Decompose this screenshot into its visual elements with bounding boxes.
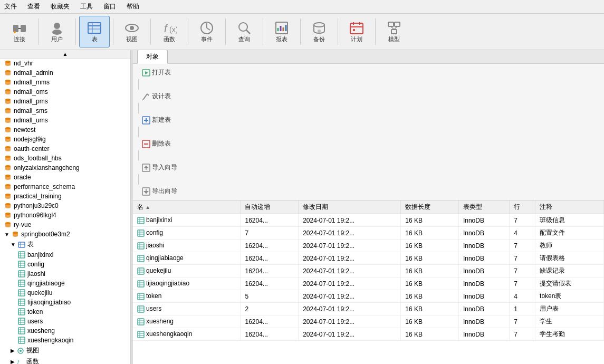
action-btn-export[interactable]: 导出向导 — [137, 185, 182, 198]
action-btn-open[interactable]: 打开表 — [137, 66, 182, 79]
sidebar-item-oauth-center[interactable]: oauth-center — [0, 144, 130, 154]
svg-rect-120 — [138, 217, 144, 224]
sidebar-item-banjixinxi[interactable]: banjixinxi — [0, 250, 130, 260]
sidebar-item-performance_schema[interactable]: performance_schema — [0, 182, 130, 191]
sidebar-item-quekejilu[interactable]: quekejilu — [0, 288, 130, 298]
menu-item-工具[interactable]: 工具 — [78, 1, 95, 12]
cell-9-2: 2024-07-01 19:2... — [299, 328, 401, 341]
sidebar-item-ndmall_admin[interactable]: ndmall_admin — [0, 68, 130, 78]
sidebar-item-springboot0e3m2[interactable]: ▼springboot0e3m2 — [0, 229, 130, 239]
cell-0-2: 2024-07-01 19:2... — [299, 214, 401, 227]
action-bar: 打开表设计表新建表删除表导入向导导出向导 — [133, 64, 604, 200]
sidebar-item-functions-node[interactable]: ▶f函数 — [0, 356, 130, 364]
sidebar-item-onlyzaixianshangcheng[interactable]: onlyzaixianshangcheng — [0, 163, 130, 173]
table-row[interactable]: jiaoshi16204...2024-07-01 19:2...16 KBIn… — [133, 240, 604, 252]
action-btn-import[interactable]: 导入向导 — [137, 161, 182, 174]
toolbar-btn-connect[interactable]: 连接 — [4, 16, 35, 47]
table-row[interactable]: tijiaoqingjiabiao16204...2024-07-01 19:2… — [133, 277, 604, 290]
table-row[interactable]: banjixinxi16204...2024-07-01 19:2...16 K… — [133, 214, 604, 227]
menu-item-查看[interactable]: 查看 — [25, 1, 42, 12]
table-row[interactable]: quekejilu16204...2024-07-01 19:2...16 KB… — [133, 265, 604, 277]
cell-4-5: 7 — [510, 265, 535, 277]
sidebar-item-tables-node[interactable]: ▼表 — [0, 239, 130, 250]
sidebar-item-label: qingjiabiaoge — [27, 280, 65, 287]
table-row[interactable]: xuesheng16204...2024-07-01 19:2...16 KBI… — [133, 315, 604, 328]
col-header-4[interactable]: 表类型 — [458, 200, 509, 214]
sidebar-item-ry-vue[interactable]: ry-vue — [0, 220, 130, 229]
row-table-icon — [137, 305, 145, 313]
sidebar-item-pythonju3u29c0[interactable]: pythonju3u29c0 — [0, 201, 130, 210]
sidebar-item-ods_football_hbs[interactable]: ods_football_hbs — [0, 154, 130, 163]
toolbar-btn-report[interactable]: 报表 — [266, 16, 297, 47]
toolbar-btn-user[interactable]: 用户 — [42, 16, 72, 47]
sidebar-item-pythono96lkgl4[interactable]: pythono96lkgl4 — [0, 210, 130, 220]
menu-item-帮助[interactable]: 帮助 — [124, 1, 141, 12]
sidebar-item-newtest[interactable]: newtest — [0, 125, 130, 135]
sidebar-item-qingjiabiaoge[interactable]: qingjiabiaoge — [0, 279, 130, 288]
action-btn-design[interactable]: 设计表 — [137, 90, 182, 103]
toolbar-btn-view[interactable]: 视图 — [117, 16, 147, 47]
action-divider — [138, 174, 139, 185]
sidebar-item-config[interactable]: config — [0, 260, 130, 269]
sidebar-item-label: nd_vhr — [14, 60, 33, 67]
delete-btn-label: 删除表 — [152, 139, 171, 148]
sidebar-item-ndmall_sms[interactable]: ndmall_sms — [0, 106, 130, 116]
col-header-6[interactable]: 注释 — [535, 200, 604, 214]
toolbar-btn-schedule[interactable]: 计划 — [341, 16, 372, 47]
table-row[interactable]: qingjiabiaoge16204...2024-07-01 19:2...1… — [133, 252, 604, 265]
sidebar-item-jiaoshi[interactable]: jiaoshi — [0, 269, 130, 279]
menu-bar: 文件查看收藏夹工具窗口帮助 — [0, 0, 604, 14]
sidebar-item-nd_vhr[interactable]: nd_vhr — [0, 59, 130, 68]
sidebar-item-views-node[interactable]: ▶视图 — [0, 345, 130, 356]
cell-7-0: users — [133, 303, 241, 315]
menu-item-收藏夹[interactable]: 收藏夹 — [49, 1, 72, 12]
col-header-1[interactable]: 自动递增 — [241, 200, 299, 214]
sidebar-item-nodejsgl9ig[interactable]: nodejsgl9ig — [0, 135, 130, 144]
col-header-2[interactable]: 修改日期 — [299, 200, 401, 214]
table-row[interactable]: config72024-07-01 19:2...16 KBInnoDB4配置文… — [133, 227, 604, 240]
sidebar-item-tijiaoqingjiabiao[interactable]: tijiaoqingjiabiao — [0, 298, 130, 307]
table-icon — [18, 327, 25, 334]
sidebar-item-ndmall_pms[interactable]: ndmall_pms — [0, 97, 130, 106]
toolbar-btn-event[interactable]: 事件 — [191, 16, 222, 47]
toolbar-btn-model[interactable]: 模型 — [379, 16, 409, 47]
col-header-0[interactable]: 名 ▲ — [133, 200, 241, 214]
toolbar-btn-table[interactable]: 表 — [79, 16, 110, 47]
table-row[interactable]: users22024-07-01 19:2...16 KBInnoDB1用户表 — [133, 303, 604, 315]
action-btn-delete[interactable]: 删除表 — [137, 137, 182, 150]
col-header-5[interactable]: 行 — [510, 200, 535, 214]
sidebar-item-ndmall_mms[interactable]: ndmall_mms — [0, 78, 130, 87]
cell-7-5: 1 — [510, 303, 535, 315]
menu-item-文件[interactable]: 文件 — [2, 1, 19, 12]
action-btn-new[interactable]: 新建表 — [137, 113, 182, 127]
db-icon — [4, 183, 12, 190]
toolbar-divider — [263, 18, 263, 45]
sidebar-item-label: xueshengkaoqin — [27, 337, 73, 344]
cell-1-3: 16 KB — [401, 227, 459, 240]
sidebar-item-token[interactable]: token — [0, 307, 130, 317]
action-divider — [138, 79, 139, 90]
table-row[interactable]: token52024-07-01 19:2...16 KBInnoDB4toke… — [133, 290, 604, 303]
table-row[interactable]: xueshengkaoqin16204...2024-07-01 19:2...… — [133, 328, 604, 341]
sidebar-item-ndmall_oms[interactable]: ndmall_oms — [0, 87, 130, 97]
toolbar-btn-query[interactable]: 查询 — [229, 16, 260, 47]
sidebar-item-users[interactable]: users — [0, 317, 130, 326]
sidebar-item-ndmall_ums[interactable]: ndmall_ums — [0, 116, 130, 125]
toolbar-btn-backup[interactable]: 备份 — [304, 16, 334, 47]
db-icon — [4, 164, 12, 171]
db-icon — [4, 107, 12, 114]
menu-item-窗口[interactable]: 窗口 — [101, 1, 118, 12]
tab-objects[interactable]: 对象 — [137, 50, 168, 64]
cell-6-6: token表 — [535, 290, 604, 303]
scroll-up-btn[interactable]: ▲ — [0, 50, 130, 59]
sidebar-item-xuesheng[interactable]: xuesheng — [0, 326, 130, 336]
svg-rect-6 — [88, 23, 101, 33]
sidebar-item-practical_training[interactable]: practical_training — [0, 191, 130, 201]
cell-4-6: 缺课记录 — [535, 265, 604, 277]
sidebar-item-oracle[interactable]: oracle — [0, 173, 130, 182]
sidebar-item-xueshengkaoqin[interactable]: xueshengkaoqin — [0, 336, 130, 345]
svg-point-4 — [54, 23, 60, 29]
col-header-3[interactable]: 数据长度 — [401, 200, 459, 214]
row-table-icon — [137, 217, 145, 224]
toolbar-btn-function[interactable]: f(x)函数 — [154, 16, 185, 47]
